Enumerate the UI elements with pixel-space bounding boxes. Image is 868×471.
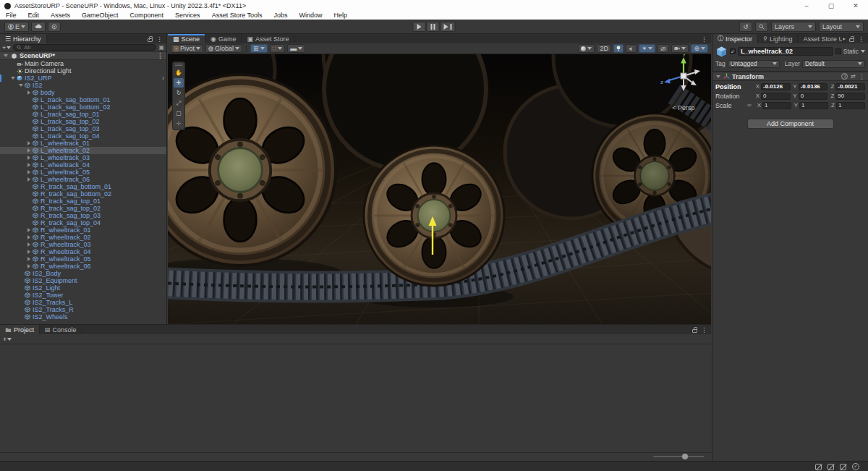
foldout-arrow[interactable] bbox=[26, 250, 32, 254]
foldout-arrow[interactable] bbox=[26, 148, 32, 153]
scale-x-field[interactable]: 1 bbox=[762, 102, 791, 109]
rotation-x-field[interactable]: 0 bbox=[761, 93, 791, 100]
position-x-field[interactable]: -0.0126 bbox=[761, 83, 791, 90]
tab-asset-store-uploader[interactable]: Asset Store Uploa bbox=[798, 34, 843, 43]
audio-toggle[interactable] bbox=[626, 44, 637, 53]
layers-dropdown[interactable]: Layers bbox=[771, 22, 816, 32]
menu-component[interactable]: Component bbox=[124, 12, 170, 20]
menu-edit[interactable]: Edit bbox=[22, 12, 46, 20]
foldout-arrow[interactable] bbox=[18, 84, 24, 87]
help-icon[interactable]: ? bbox=[841, 73, 848, 80]
hierarchy-item-l_wheeltrack_06[interactable]: L_wheeltrack_06 bbox=[0, 176, 166, 183]
menu-assets[interactable]: Assets bbox=[45, 12, 76, 20]
menu-gameobject[interactable]: GameObject bbox=[76, 12, 124, 20]
2d-toggle[interactable]: 2D bbox=[597, 44, 611, 53]
menu-window[interactable]: Window bbox=[294, 12, 328, 20]
rotate-tool-button[interactable]: ↻ bbox=[174, 88, 184, 98]
rotation-y-field[interactable]: 0 bbox=[799, 93, 828, 100]
hierarchy-item-r_track_sag_bottom_02[interactable]: R_track_sag_bottom_02 bbox=[0, 190, 166, 198]
foldout-arrow[interactable] bbox=[26, 156, 32, 160]
foldout-arrow[interactable] bbox=[26, 141, 32, 145]
hierarchy-item-l_wheeltrack_05[interactable]: L_wheeltrack_05 bbox=[0, 169, 166, 176]
active-checkbox[interactable]: ✓ bbox=[730, 48, 736, 54]
cloud-button[interactable] bbox=[31, 22, 46, 32]
position-z-field[interactable]: -0.0021 bbox=[835, 83, 865, 90]
transform-component-header[interactable]: Transform ? ⇄ ⋮ bbox=[712, 72, 868, 81]
grid-snap-toggle[interactable]: ⊞ bbox=[250, 44, 268, 53]
rotation-z-field[interactable]: 90 bbox=[835, 93, 865, 100]
tab-inspector[interactable]: ⓘ Inspector bbox=[712, 34, 758, 43]
gizmos-dropdown[interactable]: ⊕ bbox=[691, 44, 708, 53]
status-muted-icon-1[interactable] bbox=[815, 464, 822, 470]
hand-tool-button[interactable]: ✋ bbox=[174, 68, 184, 77]
axis-z-label[interactable]: z bbox=[660, 79, 663, 85]
status-muted-icon-3[interactable] bbox=[840, 464, 846, 470]
foldout-arrow[interactable] bbox=[26, 163, 32, 167]
lock-icon[interactable] bbox=[148, 38, 153, 42]
kebab-menu-icon[interactable]: ⋮ bbox=[701, 326, 707, 334]
hierarchy-item-l_wheeltrack_03[interactable]: L_wheeltrack_03 bbox=[0, 154, 166, 161]
hierarchy-item-l_track_sag_top_03[interactable]: L_track_sag_top_03 bbox=[0, 125, 166, 132]
kebab-menu-icon[interactable]: ⋮ bbox=[701, 35, 707, 43]
tab-game[interactable]: ◉ Game bbox=[205, 34, 242, 43]
add-component-button[interactable]: Add Component bbox=[747, 119, 834, 129]
lock-icon[interactable] bbox=[692, 329, 697, 333]
create-asset-button[interactable]: + bbox=[3, 336, 12, 343]
presets-icon[interactable]: ⇄ bbox=[851, 73, 856, 80]
services-button[interactable] bbox=[48, 22, 61, 32]
hierarchy-item-r_wheeltrack_05[interactable]: R_wheeltrack_05 bbox=[0, 255, 166, 263]
layout-dropdown[interactable]: Layout bbox=[819, 22, 864, 32]
step-button[interactable] bbox=[441, 22, 456, 32]
hierarchy-item-r_wheeltrack_04[interactable]: R_wheeltrack_04 bbox=[0, 248, 166, 255]
increment-snap-toggle[interactable]: ∷ bbox=[270, 44, 286, 53]
menu-jobs[interactable]: Jobs bbox=[268, 12, 294, 20]
kebab-menu-icon[interactable]: ⋮ bbox=[858, 35, 864, 43]
hierarchy-item-l_track_sag_top_01[interactable]: L_track_sag_top_01 bbox=[0, 111, 166, 118]
persp-label[interactable]: < Persp bbox=[672, 104, 694, 111]
hierarchy-item-r_wheeltrack_03[interactable]: R_wheeltrack_03 bbox=[0, 241, 166, 248]
hierarchy-item-l_wheeltrack_04[interactable]: L_wheeltrack_04 bbox=[0, 161, 166, 169]
object-name-field[interactable]: L_wheeltrack_02 bbox=[738, 47, 833, 56]
lighting-toggle[interactable] bbox=[613, 44, 624, 53]
menu-asset-store-tools[interactable]: Asset Store Tools bbox=[206, 12, 268, 20]
scene-viewport[interactable]: y z < Persp bbox=[168, 54, 711, 324]
foldout-arrow[interactable] bbox=[26, 242, 32, 247]
tag-dropdown[interactable]: Untagged bbox=[728, 60, 780, 68]
hierarchy-item-r_wheeltrack_06[interactable]: R_wheeltrack_06 bbox=[0, 263, 166, 270]
move-tool-button[interactable]: ✚ bbox=[174, 78, 184, 88]
create-button[interactable]: + bbox=[2, 44, 11, 51]
position-y-field[interactable]: -0.0136 bbox=[799, 83, 828, 90]
hierarchy-item-r_track_sag_top_03[interactable]: R_track_sag_top_03 bbox=[0, 212, 166, 219]
hierarchy-item-r_track_sag_bottom_01[interactable]: R_track_sag_bottom_01 bbox=[0, 183, 166, 190]
tab-console[interactable]: ▤ Console bbox=[40, 325, 82, 334]
maximize-button[interactable]: ▢ bbox=[819, 0, 843, 12]
kebab-menu-icon[interactable]: ⋮ bbox=[156, 35, 163, 43]
hierarchy-item-l_track_sag_top_02[interactable]: L_track_sag_top_02 bbox=[0, 118, 166, 125]
hierarchy-item-r_track_sag_top_04[interactable]: R_track_sag_top_04 bbox=[0, 219, 166, 226]
tab-scroll-right-icon[interactable]: ▸ bbox=[843, 35, 846, 42]
kebab-menu-icon[interactable]: ⋮ bbox=[157, 52, 163, 59]
foldout-arrow[interactable] bbox=[715, 75, 721, 78]
hierarchy-item-body[interactable]: body bbox=[0, 89, 166, 96]
transform-tool-button[interactable]: ⊹ bbox=[174, 119, 184, 128]
scale-tool-button[interactable]: ⤢ bbox=[174, 98, 184, 108]
rect-tool-button[interactable]: ▢ bbox=[174, 109, 184, 118]
tab-project[interactable]: Project bbox=[0, 325, 40, 334]
scale-z-field[interactable]: 1 bbox=[836, 102, 865, 109]
hierarchy-item-l_wheeltrack_02[interactable]: L_wheeltrack_02 bbox=[0, 147, 166, 154]
tool-settings-dropdown[interactable]: ▬ bbox=[287, 44, 305, 53]
hierarchy-item-r_wheeltrack_01[interactable]: R_wheeltrack_01 bbox=[0, 226, 166, 234]
pivot-dropdown[interactable]: Pivot bbox=[171, 44, 203, 53]
camera-dropdown[interactable] bbox=[671, 44, 689, 53]
undo-history-button[interactable]: ↺ bbox=[739, 22, 752, 32]
hierarchy-item-is2_urp[interactable]: IS2_URP› bbox=[0, 75, 166, 82]
effects-dropdown[interactable]: ✶ bbox=[639, 44, 656, 53]
menu-help[interactable]: Help bbox=[328, 12, 354, 20]
tab-scene[interactable]: ▦ Scene bbox=[168, 34, 205, 43]
hierarchy-item-l_track_sag_bottom_02[interactable]: L_track_sag_bottom_02 bbox=[0, 103, 166, 111]
foldout-arrow[interactable] bbox=[26, 170, 32, 174]
draw-mode-dropdown[interactable] bbox=[578, 44, 595, 53]
status-check-icon[interactable]: ✓ bbox=[852, 463, 859, 470]
hierarchy-item-is2_body[interactable]: IS2_Body bbox=[0, 270, 166, 277]
foldout-arrow[interactable] bbox=[26, 257, 32, 261]
